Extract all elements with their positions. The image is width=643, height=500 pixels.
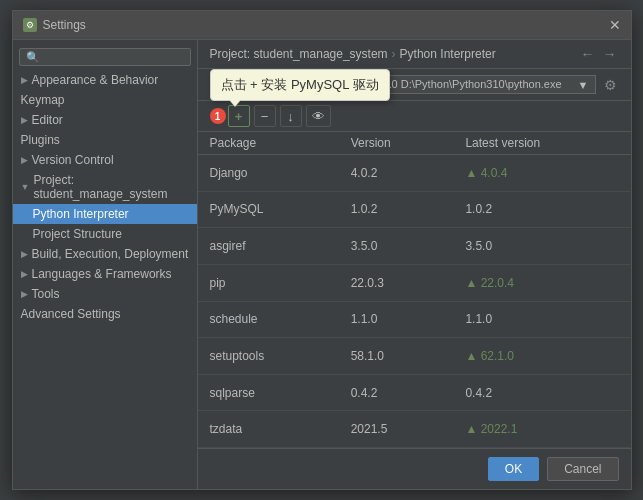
- sidebar-item-label: Advanced Settings: [21, 307, 121, 321]
- toolbar-container: 1 + 点击 + 安装 PyMySQL 驱动 − ↓ 👁: [198, 101, 631, 132]
- packages-list: Package Version Latest version Django4.0…: [198, 132, 631, 448]
- table-row[interactable]: tzdata2021.5▲ 2022.1: [198, 411, 631, 448]
- package-version: 3.5.0: [339, 228, 454, 265]
- sidebar-item-keymap[interactable]: Keymap: [13, 90, 197, 110]
- breadcrumb-page: Python Interpreter: [400, 47, 496, 61]
- sidebar: ▶ Appearance & Behavior Keymap ▶ Editor …: [13, 40, 198, 489]
- sidebar-item-python-interpreter[interactable]: Python Interpreter: [13, 204, 197, 224]
- expand-arrow-icon: ▶: [21, 269, 28, 279]
- back-button[interactable]: ←: [579, 46, 597, 62]
- sidebar-item-label: Keymap: [21, 93, 65, 107]
- package-name: Django: [198, 155, 339, 192]
- col-version: Version: [339, 132, 454, 155]
- table-row[interactable]: Django4.0.2▲ 4.0.4: [198, 155, 631, 192]
- sidebar-item-version-control[interactable]: ▶ Version Control: [13, 150, 197, 170]
- sidebar-item-label: Build, Execution, Deployment: [32, 247, 189, 261]
- dialog-footer: OK Cancel: [198, 448, 631, 489]
- expand-arrow-icon: ▶: [21, 75, 28, 85]
- search-box: [13, 44, 197, 70]
- package-latest: 1.0.2: [453, 191, 630, 228]
- table-row[interactable]: setuptools58.1.0▲ 62.1.0: [198, 338, 631, 375]
- package-version: 58.1.0: [339, 338, 454, 375]
- sidebar-item-label: Tools: [32, 287, 60, 301]
- title-bar: ⚙ Settings ✕: [13, 11, 631, 40]
- table-row[interactable]: PyMySQL1.0.21.0.2: [198, 191, 631, 228]
- settings-dialog: ⚙ Settings ✕ ▶ Appearance & Behavior Key…: [12, 10, 632, 490]
- package-name: PyMySQL: [198, 191, 339, 228]
- package-version: 2021.5: [339, 411, 454, 448]
- sidebar-item-label: Project Structure: [33, 227, 122, 241]
- package-version: 0.4.2: [339, 374, 454, 411]
- package-latest: ▲ 2022.1: [453, 411, 630, 448]
- nav-buttons: ← →: [579, 46, 619, 62]
- package-latest: 1.1.0: [453, 301, 630, 338]
- forward-button[interactable]: →: [601, 46, 619, 62]
- remove-package-button[interactable]: −: [254, 105, 276, 127]
- table-header-row: Package Version Latest version: [198, 132, 631, 155]
- dropdown-arrow-icon: ▼: [578, 79, 589, 91]
- sidebar-item-label: Editor: [32, 113, 63, 127]
- add-button-container: 1 + 点击 + 安装 PyMySQL 驱动: [210, 105, 250, 127]
- col-latest: Latest version: [453, 132, 630, 155]
- package-name: sqlparse: [198, 374, 339, 411]
- package-version: 4.0.2: [339, 155, 454, 192]
- package-name: schedule: [198, 301, 339, 338]
- sidebar-item-tools[interactable]: ▶ Tools: [13, 284, 197, 304]
- tooltip-text: 点击 + 安装 PyMySQL 驱动: [221, 77, 379, 92]
- expand-arrow-icon: ▶: [21, 289, 28, 299]
- sidebar-item-build[interactable]: ▶ Build, Execution, Deployment: [13, 244, 197, 264]
- package-version: 1.0.2: [339, 191, 454, 228]
- dialog-body: ▶ Appearance & Behavior Keymap ▶ Editor …: [13, 40, 631, 489]
- sidebar-item-project[interactable]: ▼ Project: student_manage_system: [13, 170, 197, 204]
- sidebar-item-label: Python Interpreter: [33, 207, 129, 221]
- package-latest: ▲ 62.1.0: [453, 338, 630, 375]
- package-latest: 3.5.0: [453, 228, 630, 265]
- breadcrumb-separator: ›: [392, 47, 396, 61]
- expand-arrow-icon: ▶: [21, 115, 28, 125]
- dialog-title: Settings: [43, 18, 86, 32]
- package-name: setuptools: [198, 338, 339, 375]
- table-row[interactable]: sqlparse0.4.20.4.2: [198, 374, 631, 411]
- tooltip-badge: 1: [210, 108, 226, 124]
- sidebar-item-advanced[interactable]: Advanced Settings: [13, 304, 197, 324]
- interpreter-gear-button[interactable]: ⚙: [602, 77, 619, 93]
- table-row[interactable]: pip22.0.3▲ 22.0.4: [198, 264, 631, 301]
- sidebar-item-languages[interactable]: ▶ Languages & Frameworks: [13, 264, 197, 284]
- package-name: asgiref: [198, 228, 339, 265]
- package-version: 1.1.0: [339, 301, 454, 338]
- package-latest: ▲ 4.0.4: [453, 155, 630, 192]
- tooltip-bubble: 点击 + 安装 PyMySQL 驱动: [210, 69, 390, 101]
- breadcrumb-project: Project: student_manage_system: [210, 47, 388, 61]
- expand-arrow-icon: ▶: [21, 155, 28, 165]
- main-panel: Project: student_manage_system › Python …: [198, 40, 631, 489]
- breadcrumb: Project: student_manage_system › Python …: [198, 40, 631, 69]
- expand-arrow-icon: ▶: [21, 249, 28, 259]
- sidebar-item-plugins[interactable]: Plugins: [13, 130, 197, 150]
- cancel-button[interactable]: Cancel: [547, 457, 618, 481]
- ok-button[interactable]: OK: [488, 457, 539, 481]
- view-button[interactable]: 👁: [306, 105, 331, 127]
- move-down-button[interactable]: ↓: [280, 105, 302, 127]
- sidebar-item-label: Languages & Frameworks: [32, 267, 172, 281]
- expand-arrow-icon: ▼: [21, 182, 30, 192]
- add-package-button[interactable]: +: [228, 105, 250, 127]
- col-package: Package: [198, 132, 339, 155]
- package-latest: ▲ 22.0.4: [453, 264, 630, 301]
- sidebar-item-project-structure[interactable]: Project Structure: [13, 224, 197, 244]
- sidebar-item-editor[interactable]: ▶ Editor: [13, 110, 197, 130]
- sidebar-item-label: Version Control: [32, 153, 114, 167]
- package-name: pip: [198, 264, 339, 301]
- sidebar-item-label: Appearance & Behavior: [32, 73, 159, 87]
- search-input[interactable]: [19, 48, 191, 66]
- package-latest: 0.4.2: [453, 374, 630, 411]
- table-row[interactable]: schedule1.1.01.1.0: [198, 301, 631, 338]
- sidebar-item-label: Project: student_manage_system: [33, 173, 188, 201]
- settings-icon: ⚙: [23, 18, 37, 32]
- close-button[interactable]: ✕: [609, 17, 621, 33]
- sidebar-item-appearance[interactable]: ▶ Appearance & Behavior: [13, 70, 197, 90]
- sidebar-item-label: Plugins: [21, 133, 60, 147]
- packages-table: Package Version Latest version Django4.0…: [198, 132, 631, 448]
- table-row[interactable]: asgiref3.5.03.5.0: [198, 228, 631, 265]
- toolbar: 1 + 点击 + 安装 PyMySQL 驱动 − ↓ 👁: [198, 101, 631, 132]
- package-version: 22.0.3: [339, 264, 454, 301]
